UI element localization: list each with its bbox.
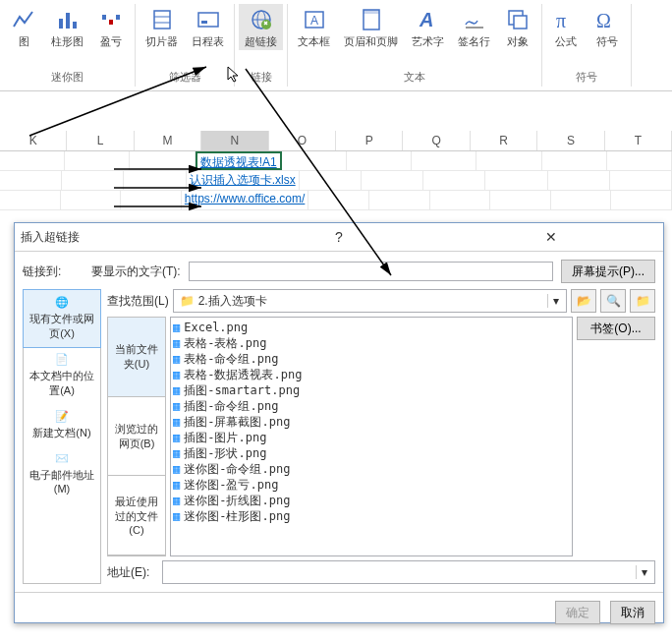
open-folder-icon: 📁 xyxy=(636,294,650,308)
image-file-icon: ▦ xyxy=(173,431,180,444)
file-item[interactable]: ▦迷你图-命令组.png xyxy=(173,461,570,477)
slicer-button[interactable]: 切片器 xyxy=(140,4,184,50)
browse-web-button[interactable]: 🔍 xyxy=(600,289,626,313)
dialog-titlebar[interactable]: 插入超链接 ? ✕ xyxy=(15,223,663,252)
file-item[interactable]: ▦插图-屏幕截图.png xyxy=(173,414,570,430)
tooltip-button[interactable]: 屏幕提示(P)... xyxy=(561,260,655,283)
group-symbols: π 公式 Ω 符号 符号 xyxy=(542,4,632,87)
sparkline-line-button[interactable]: 图 xyxy=(4,4,43,50)
equation-button[interactable]: π 公式 xyxy=(546,4,586,50)
image-file-icon: ▦ xyxy=(173,494,180,507)
file-item[interactable]: ▦表格-表格.png xyxy=(173,335,570,351)
browse-file-button[interactable]: 📁 xyxy=(630,289,655,313)
signature-button[interactable]: 签名行 xyxy=(452,4,496,50)
file-item[interactable]: ▦插图-命令组.png xyxy=(173,398,570,414)
hyperlink-cell[interactable]: 认识插入选项卡.xlsx xyxy=(190,173,296,187)
svg-rect-18 xyxy=(364,10,379,14)
column-header[interactable]: S xyxy=(537,131,604,150)
equation-icon: π xyxy=(552,6,580,33)
svg-rect-9 xyxy=(198,13,218,27)
image-file-icon: ▦ xyxy=(173,478,180,492)
file-item[interactable]: ▦插图-形状.png xyxy=(173,445,570,461)
bookmark-button[interactable]: 书签(O)... xyxy=(577,317,655,340)
folder-icon: 📁 xyxy=(180,294,195,308)
wordart-button[interactable]: A 艺术字 xyxy=(406,4,450,50)
hyperlink-cell[interactable]: https://www.office.com/ xyxy=(185,192,306,205)
symbol-button[interactable]: Ω 符号 xyxy=(588,4,627,50)
image-file-icon: ▦ xyxy=(173,415,180,429)
signature-icon xyxy=(461,6,488,33)
svg-text:A: A xyxy=(419,9,433,30)
address-input[interactable] xyxy=(165,564,636,581)
email-icon: ✉️ xyxy=(55,452,69,465)
svg-text:π: π xyxy=(556,10,566,31)
lookin-combo[interactable]: 📁 2.插入选项卡 ▾ xyxy=(173,289,567,313)
column-header[interactable]: T xyxy=(605,131,672,150)
image-file-icon: ▦ xyxy=(173,352,180,366)
close-button[interactable]: ✕ xyxy=(445,229,657,245)
up-folder-button[interactable]: 📂 xyxy=(571,289,596,313)
tab-browsed-pages[interactable]: 浏览过的网页(B) xyxy=(108,397,165,477)
ribbon: 图 柱形图 盈亏 迷你图 切片器 日程表 筛选器 xyxy=(0,0,672,91)
file-item[interactable]: ▦插图-图片.png xyxy=(173,430,570,445)
timeline-button[interactable]: 日程表 xyxy=(186,4,230,50)
globe-page-icon: 🌐 xyxy=(55,296,69,309)
column-header[interactable]: K xyxy=(0,131,67,150)
spreadsheet-grid[interactable]: 数据透视表!A1 认识插入选项卡.xlsx https://www.office… xyxy=(0,151,672,210)
nav-this-document[interactable]: 📄本文档中的位置(A) xyxy=(24,347,100,404)
chevron-down-icon[interactable]: ▾ xyxy=(547,294,564,308)
svg-rect-10 xyxy=(201,21,207,24)
ok-button[interactable]: 确定 xyxy=(555,601,600,624)
line-chart-icon xyxy=(10,6,37,33)
help-button[interactable]: ? xyxy=(233,229,445,245)
file-item[interactable]: ▦Excel.png xyxy=(173,320,570,335)
hyperlink-button[interactable]: 超链接 xyxy=(239,4,283,50)
textbox-icon: A xyxy=(301,6,328,33)
column-header[interactable]: O xyxy=(269,131,336,150)
image-file-icon: ▦ xyxy=(173,462,180,476)
image-file-icon: ▦ xyxy=(173,336,180,350)
column-header[interactable]: P xyxy=(336,131,403,150)
file-item[interactable]: ▦表格-命令组.png xyxy=(173,351,570,367)
svg-rect-22 xyxy=(514,16,527,29)
sparkline-winloss-button[interactable]: 盈亏 xyxy=(91,4,131,50)
chevron-down-icon[interactable]: ▾ xyxy=(636,565,652,579)
address-combo[interactable]: ▾ xyxy=(162,560,655,584)
display-text-input[interactable] xyxy=(189,262,553,281)
group-label: 文本 xyxy=(404,70,425,85)
svg-rect-1 xyxy=(66,13,70,29)
file-item[interactable]: ▦表格-数据透视表.png xyxy=(173,367,570,382)
file-item[interactable]: ▦迷你图-盈亏.png xyxy=(173,477,570,493)
object-button[interactable]: 对象 xyxy=(498,4,537,50)
file-item[interactable]: ▦迷你图-折线图.png xyxy=(173,493,570,508)
nav-existing-file[interactable]: 🌐现有文件或网页(X) xyxy=(23,289,101,348)
column-header[interactable]: M xyxy=(135,131,201,150)
sparkline-column-button[interactable]: 柱形图 xyxy=(45,4,89,50)
hyperlink-cell[interactable]: 数据透视表!A1 xyxy=(200,155,277,169)
lookin-label: 查找范围(L) xyxy=(107,293,169,310)
winloss-chart-icon xyxy=(97,6,125,33)
file-list[interactable]: ▦Excel.png▦表格-表格.png▦表格-命令组.png▦表格-数据透视表… xyxy=(170,317,573,556)
nav-email[interactable]: ✉️电子邮件地址(M) xyxy=(24,446,100,500)
group-text: A 文本框 页眉和页脚 A 艺术字 签名行 对象 文本 xyxy=(288,4,542,87)
tab-current-folder[interactable]: 当前文件夹(U) xyxy=(108,318,165,397)
header-footer-button[interactable]: 页眉和页脚 xyxy=(338,4,404,50)
column-header[interactable]: Q xyxy=(403,131,470,150)
search-icon: 🔍 xyxy=(606,294,621,308)
tab-recent-files[interactable]: 最近使用过的文件(C) xyxy=(108,476,165,555)
dialog-title: 插入超链接 xyxy=(21,229,233,246)
image-file-icon: ▦ xyxy=(173,446,180,460)
column-header[interactable]: N xyxy=(201,131,268,150)
file-item[interactable]: ▦迷你图-柱形图.png xyxy=(173,508,570,524)
file-item[interactable]: ▦插图-smartart.png xyxy=(173,382,570,398)
column-header[interactable]: L xyxy=(67,131,134,150)
cancel-button[interactable]: 取消 xyxy=(610,601,655,624)
column-header[interactable]: R xyxy=(471,131,537,150)
textbox-button[interactable]: A 文本框 xyxy=(292,4,336,50)
object-icon xyxy=(504,6,532,33)
svg-text:A: A xyxy=(310,14,318,28)
slicer-icon xyxy=(148,6,176,33)
group-links: 超链接 链接 xyxy=(235,4,288,87)
svg-rect-2 xyxy=(73,22,77,29)
nav-new-document[interactable]: 📝新建文档(N) xyxy=(24,404,100,446)
